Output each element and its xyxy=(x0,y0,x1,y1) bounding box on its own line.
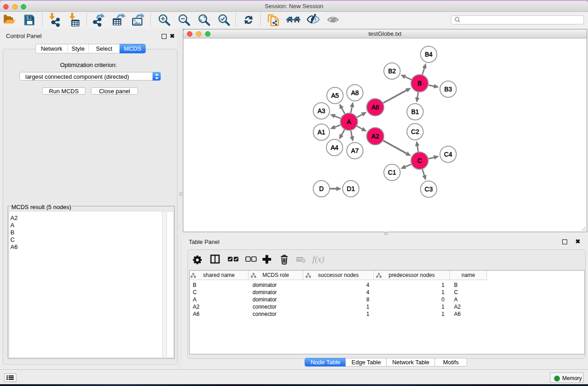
svg-text:A5: A5 xyxy=(331,92,339,99)
svg-text:A: A xyxy=(347,118,351,125)
svg-text:A3: A3 xyxy=(317,107,325,114)
svg-text:C2: C2 xyxy=(411,128,419,135)
svg-text:A2: A2 xyxy=(371,133,379,140)
svg-text:B4: B4 xyxy=(425,51,432,58)
svg-text:C4: C4 xyxy=(444,151,452,158)
svg-text:C: C xyxy=(417,157,422,164)
svg-text:A8: A8 xyxy=(351,89,359,96)
svg-text:f(x): f(x) xyxy=(312,254,324,264)
svg-text:B: B xyxy=(417,80,421,87)
svg-text:A7: A7 xyxy=(351,147,359,154)
svg-text:D1: D1 xyxy=(347,185,355,192)
svg-text:A6: A6 xyxy=(371,104,379,111)
svg-text:B1: B1 xyxy=(411,108,419,115)
svg-text:A4: A4 xyxy=(330,144,338,151)
svg-text:A1: A1 xyxy=(317,129,325,136)
svg-text:B3: B3 xyxy=(444,86,452,93)
svg-text:B2: B2 xyxy=(388,67,396,75)
svg-text:C1: C1 xyxy=(388,169,396,176)
svg-text:D: D xyxy=(319,185,324,192)
svg-text:C3: C3 xyxy=(425,186,433,193)
